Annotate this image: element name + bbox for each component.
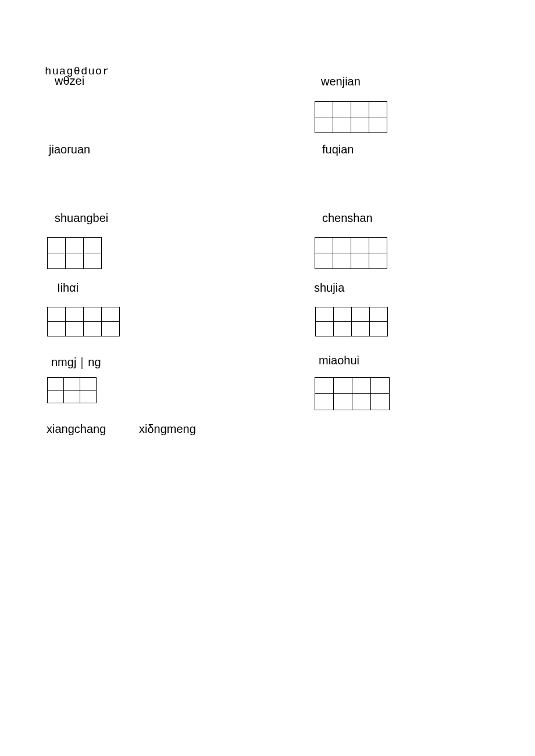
cell[interactable]	[333, 117, 351, 133]
cell[interactable]	[66, 322, 84, 336]
label-lihai: Iihαi	[57, 281, 79, 295]
label-fuqian: fuqian	[322, 143, 354, 156]
cell[interactable]	[316, 322, 334, 336]
cell[interactable]	[351, 253, 369, 269]
cell[interactable]	[369, 253, 387, 269]
label-nmgjng: nmgj｜ng	[51, 354, 101, 370]
cell[interactable]	[48, 238, 66, 253]
cell[interactable]	[64, 390, 80, 403]
cell[interactable]	[369, 117, 387, 133]
cell[interactable]	[66, 253, 84, 269]
cell[interactable]	[334, 394, 352, 410]
cell[interactable]	[351, 238, 369, 253]
grid-shujia	[315, 307, 388, 336]
cell[interactable]	[316, 307, 334, 322]
cell[interactable]	[370, 307, 388, 322]
cell[interactable]	[352, 378, 371, 394]
cell[interactable]	[371, 378, 390, 394]
cell[interactable]	[315, 238, 333, 253]
cell[interactable]	[334, 378, 352, 394]
cell[interactable]	[352, 322, 370, 336]
cell[interactable]	[315, 117, 333, 133]
cell[interactable]	[80, 390, 97, 403]
cell[interactable]	[48, 378, 64, 390]
label-wenjian: wenjian	[321, 75, 361, 88]
cell[interactable]	[334, 307, 352, 322]
label-shujia: shujia	[314, 281, 344, 295]
label-xiangchang: xiangchang	[47, 422, 106, 436]
cell[interactable]	[84, 238, 102, 253]
cell[interactable]	[315, 253, 333, 269]
cell[interactable]	[334, 322, 352, 336]
cell[interactable]	[352, 394, 371, 410]
cell[interactable]	[333, 253, 351, 269]
cell[interactable]	[370, 322, 388, 336]
label-wzei: wθzei	[55, 74, 84, 88]
cell[interactable]	[351, 102, 369, 117]
cell[interactable]	[333, 102, 351, 117]
cell[interactable]	[48, 253, 66, 269]
cell[interactable]	[352, 307, 370, 322]
label-miaohui: miaohui	[319, 354, 359, 367]
label-chenshan: chenshan	[322, 212, 373, 225]
cell[interactable]	[66, 238, 84, 253]
grid-nmgjng	[47, 377, 97, 403]
grid-lihai	[47, 307, 120, 336]
label-jiaoruan: jiaoruan	[49, 143, 90, 156]
cell[interactable]	[102, 307, 120, 322]
cell[interactable]	[333, 238, 351, 253]
cell[interactable]	[351, 117, 369, 133]
grid-miaohui	[315, 377, 390, 410]
grid-chenshan	[315, 237, 387, 269]
cell[interactable]	[48, 322, 66, 336]
label-xidngmeng: xiδngmeng	[139, 422, 196, 436]
cell[interactable]	[64, 378, 80, 390]
cell[interactable]	[369, 238, 387, 253]
cell[interactable]	[48, 390, 64, 403]
grid-wenjian	[315, 101, 387, 133]
cell[interactable]	[84, 307, 102, 322]
cell[interactable]	[80, 378, 97, 390]
cell[interactable]	[84, 253, 102, 269]
cell[interactable]	[48, 307, 66, 322]
cell[interactable]	[315, 394, 334, 410]
cell[interactable]	[84, 322, 102, 336]
cell[interactable]	[315, 102, 333, 117]
label-shuangbei: shuangbei	[55, 212, 108, 225]
cell[interactable]	[102, 322, 120, 336]
cell[interactable]	[369, 102, 387, 117]
cell[interactable]	[66, 307, 84, 322]
cell[interactable]	[371, 394, 390, 410]
grid-shuangbei	[47, 237, 102, 269]
cell[interactable]	[315, 378, 334, 394]
